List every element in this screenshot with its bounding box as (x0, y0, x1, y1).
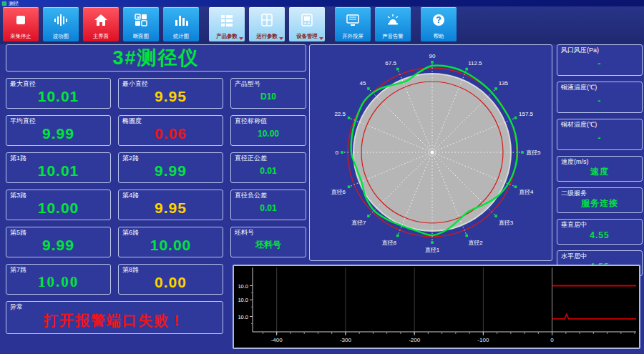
svg-text:67.5: 67.5 (385, 60, 396, 67)
run-params-icon (249, 7, 285, 33)
product-model-cell: 产品型号 D10 (230, 78, 306, 109)
product-params-button[interactable]: 产品参数 (209, 7, 245, 41)
cell-value: 10.00 (119, 233, 223, 257)
button-label: 帮助 (434, 33, 444, 39)
cell-value: 10.01 (6, 84, 110, 108)
external-screen-button[interactable]: 开外投屏 (335, 7, 371, 41)
trend-chart: 10.010.010.0-400-300-200-1000 (234, 266, 639, 348)
cell-value: - (557, 89, 642, 112)
main-screen-button[interactable]: 主界面 (83, 7, 119, 41)
svg-text:-100: -100 (477, 337, 489, 343)
air-pressure-cell: 风口风压(Pa) - (557, 44, 643, 76)
cell-value: 速度 (557, 163, 642, 181)
svg-text:157.5: 157.5 (519, 111, 534, 117)
button-label: 声音告警 (382, 33, 403, 39)
alarm-cell: 异常 打开报警端口失败！ (6, 301, 223, 334)
help-button[interactable]: ? 帮助 (421, 7, 457, 41)
svg-text:135: 135 (499, 80, 509, 87)
avg-diameter-cell: 平均直径 9.99 (6, 115, 111, 146)
cell-value: 0.01 (231, 196, 306, 220)
cell-value: 0.01 (231, 159, 306, 182)
svg-text:0: 0 (550, 337, 554, 343)
button-label: 统计图 (173, 33, 189, 39)
cell-value: 坯料号 (231, 233, 306, 257)
run-params-button[interactable]: 运行参数 (249, 7, 285, 41)
nominal-diameter-cell: 直径标称值 10.00 (230, 115, 306, 146)
button-label: 设备管理 (296, 33, 317, 39)
cell-value: 10.00 (6, 270, 110, 294)
product-params-icon (209, 7, 245, 33)
svg-text:10.0: 10.0 (238, 283, 248, 290)
section-chart-button[interactable]: 断面图 (123, 7, 159, 41)
button-label: 波动图 (53, 33, 69, 39)
cell-value: - (557, 51, 642, 75)
device-manage-icon (289, 7, 325, 33)
stats-chart-button[interactable]: 统计图 (163, 7, 199, 41)
ovality-cell: 椭圆度 0.06 (118, 115, 223, 146)
min-diameter-cell: 最小直径 9.95 (118, 78, 223, 109)
svg-text:0: 0 (336, 149, 339, 156)
status-column: 风口风压(Pa) - 铜液温度(℃) - 铜材温度(℃) - 速度(m/s) 速… (557, 44, 643, 276)
trend-chart-panel: 10.010.010.0-400-300-200-1000 (233, 265, 640, 349)
window-title: 测径 (9, 1, 19, 6)
service-status-cell: 二级服务 服务连接 (557, 187, 643, 213)
path8-cell: 第8路 0.00 (118, 264, 223, 295)
svg-text:直径1: 直径1 (425, 247, 440, 253)
plus-tolerance-cell: 直径正公差 0.01 (230, 152, 306, 183)
window-titlebar: 测径 (0, 0, 644, 6)
svg-text:-300: -300 (340, 337, 352, 343)
cell-value: 9.95 (119, 196, 223, 220)
cell-value: 10.00 (231, 122, 306, 145)
cell-value: 9.99 (119, 159, 223, 182)
path7-cell: 第7路 10.00 (6, 264, 111, 295)
svg-text:直径3: 直径3 (499, 220, 514, 226)
app-window: { "window": { "title": "测径" }, "colors":… (0, 0, 644, 354)
svg-text:?: ? (436, 15, 441, 25)
dropdown-arrow-icon (279, 37, 283, 40)
svg-text:90: 90 (429, 53, 436, 59)
path6-cell: 第6路 10.00 (118, 227, 223, 257)
cross-section-chart: 直径5157.5135112.59067.54522.50直径6直径7直径8直径… (310, 45, 552, 260)
copper-material-temp-cell: 铜材温度(℃) - (557, 119, 643, 150)
dropdown-arrow-icon (319, 37, 323, 40)
cell-value: 4.55 (557, 226, 642, 244)
gauge-title: 3#测径仪 (6, 45, 306, 71)
help-icon: ? (421, 7, 457, 33)
svg-text:直径6: 直径6 (331, 189, 346, 195)
svg-text:10.0: 10.0 (238, 314, 248, 320)
collect-stop-button[interactable]: 采集停止 (3, 7, 39, 41)
billet-number-cell: 坯料号 坯料号 (230, 227, 306, 257)
svg-text:直径2: 直径2 (468, 240, 483, 246)
path4-cell: 第4路 9.95 (118, 190, 223, 220)
copper-liquid-temp-cell: 铜液温度(℃) - (557, 82, 643, 113)
svg-text:45: 45 (359, 80, 366, 87)
button-label: 产品参数 (216, 33, 237, 39)
speed-cell: 速度(m/s) 速度 (557, 156, 643, 182)
gauge-title-panel: 3#测径仪 (6, 44, 306, 72)
cell-value: 9.99 (6, 122, 110, 145)
minus-tolerance-cell: 直径负公差 0.01 (230, 190, 306, 220)
cell-value: D10 (231, 84, 306, 108)
alarm-message: 打开报警端口失败！ (6, 308, 223, 333)
svg-text:112.5: 112.5 (468, 60, 482, 67)
service-status: 服务连接 (557, 195, 642, 212)
bar-chart-icon (163, 7, 199, 33)
sound-alarm-button[interactable]: 声音告警 (375, 7, 411, 41)
path3-cell: 第3路 10.00 (6, 190, 111, 220)
cell-value: - (557, 126, 642, 149)
wave-chart-button[interactable]: 波动图 (43, 7, 79, 41)
cross-section-chart-panel: 直径5157.5135112.59067.54522.50直径6直径7直径8直径… (309, 44, 552, 261)
svg-text:直径5: 直径5 (526, 149, 541, 156)
button-label: 运行参数 (256, 33, 277, 39)
cell-value: 9.95 (119, 84, 223, 108)
vertical-center-cell: 垂直居中 4.55 (557, 219, 643, 245)
cell-value: 9.99 (6, 233, 110, 257)
app-icon (2, 1, 6, 6)
cell-value: 0.06 (119, 122, 223, 145)
svg-text:10.0: 10.0 (238, 297, 248, 303)
waveform-icon (43, 7, 79, 33)
path1-cell: 第1路 10.01 (6, 152, 111, 183)
dropdown-arrow-icon (239, 37, 243, 40)
svg-text:直径8: 直径8 (381, 240, 396, 246)
device-manage-button[interactable]: 设备管理 (289, 7, 325, 41)
